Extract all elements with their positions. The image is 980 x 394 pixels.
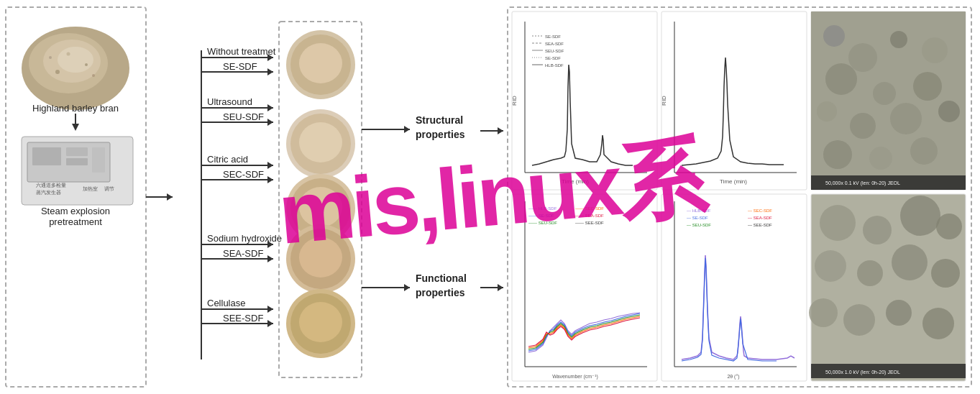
svg-point-155 [931,259,960,288]
svg-text:Steam explosion: Steam explosion [41,206,110,216]
svg-marker-87 [498,284,503,291]
svg-point-152 [815,250,846,282]
svg-point-69 [299,187,342,227]
svg-point-111 [823,25,845,47]
svg-text:HLB-SDF: HLB-SDF [545,63,564,68]
svg-text:properties: properties [416,129,465,140]
svg-point-114 [922,37,948,63]
svg-point-116 [873,82,896,105]
svg-text:RID: RID [511,96,518,106]
svg-text:Cellulase: Cellulase [207,298,245,308]
svg-rect-89 [512,12,657,190]
svg-marker-27 [167,193,173,201]
svg-text:Structural: Structural [416,114,463,126]
svg-text:蒸汽发生器: 蒸汽发生器 [36,190,61,195]
svg-point-7 [67,52,70,56]
svg-text:— SEE-SDF: — SEE-SDF [748,223,772,227]
svg-text:50,000x 1.0 kV (len: 0h-20) JE: 50,000x 1.0 kV (len: 0h-20) JEOL [825,370,900,375]
svg-text:—— SEU-SDF: —— SEU-SDF [528,221,557,225]
svg-text:— SE-SDF: — SE-SDF [687,216,708,220]
svg-text:RID: RID [661,96,667,106]
svg-point-117 [913,72,942,101]
svg-text:properties: properties [416,287,465,298]
svg-point-9 [49,56,52,59]
svg-marker-58 [267,320,273,327]
svg-text:—— SEE-SDF: —— SEE-SDF [575,221,604,225]
svg-text:—— SE-SDF: —— SE-SDF [528,214,554,218]
svg-point-115 [825,63,857,95]
svg-point-120 [890,103,922,134]
svg-text:SEC-SDF: SEC-SDF [223,169,264,180]
svg-point-154 [892,244,928,280]
svg-text:SE-SDF: SE-SDF [223,61,257,72]
svg-point-113 [890,31,907,48]
svg-marker-43 [267,162,273,169]
svg-point-151 [936,214,962,239]
svg-point-112 [848,43,877,72]
svg-text:2θ (°): 2θ (°) [727,374,739,380]
svg-marker-55 [267,306,273,313]
svg-text:六通道多检量: 六通道多检量 [36,183,66,188]
svg-text:SEA-SDF: SEA-SDF [223,248,263,259]
svg-point-6 [85,63,88,66]
svg-text:—— HLB-SDF: —— HLB-SDF [528,206,557,211]
svg-point-149 [863,216,892,244]
svg-point-72 [299,237,342,278]
svg-text:Sodium hydroxide: Sodium hydroxide [207,233,282,244]
svg-text:SEU-SDF: SEU-SDF [545,49,564,53]
svg-point-8 [92,74,95,77]
svg-rect-16 [66,147,88,156]
svg-text:—— SEA-SDF: —— SEA-SDF [575,214,604,218]
svg-point-121 [938,101,960,122]
svg-text:调节: 调节 [104,186,114,191]
svg-marker-11 [72,124,79,131]
svg-point-63 [299,43,342,83]
svg-point-118 [817,101,837,122]
svg-rect-104 [661,12,807,190]
svg-text:Without treatmet: Without treatmet [207,46,276,57]
svg-marker-85 [498,127,503,134]
svg-text:Ultrasound: Ultrasound [207,96,252,107]
svg-text:SEA-SDF: SEA-SDF [545,42,564,46]
svg-text:— HLB-SDF: — HLB-SDF [687,209,711,213]
svg-text:SE-SDF: SE-SDF [545,35,561,39]
svg-text:SEU-SDF: SEU-SDF [223,111,264,122]
svg-point-159 [922,308,954,339]
svg-text:—— SEC-SDF: —— SEC-SDF [575,206,604,211]
svg-marker-37 [267,104,273,111]
svg-point-124 [910,137,938,165]
svg-text:Citric acid: Citric acid [207,154,248,165]
svg-marker-79 [404,284,410,291]
svg-point-157 [843,304,875,336]
svg-point-4 [58,47,93,73]
svg-text:SEE-SDF: SEE-SDF [223,313,263,324]
svg-text:加热室: 加热室 [83,186,98,192]
svg-point-158 [886,300,912,326]
main-container: mis,linux系 六通道多检量 蒸汽发生器 加热室 调节 Hi [0,0,980,394]
svg-marker-40 [267,119,273,126]
svg-text:— SEA-SDF: — SEA-SDF [748,216,772,220]
svg-point-150 [900,196,940,236]
svg-text:— SEU-SDF: — SEU-SDF [687,223,711,227]
svg-rect-15 [32,147,61,165]
svg-rect-137 [661,194,807,381]
svg-text:Highland barley bran: Highland barley bran [32,103,119,114]
svg-text:Time (min): Time (min) [720,178,747,185]
svg-text:pretreatment: pretreatment [49,216,102,227]
svg-marker-46 [267,176,273,183]
svg-text:Functional: Functional [416,272,467,284]
svg-point-66 [299,122,342,162]
svg-point-5 [55,70,60,74]
svg-point-75 [299,302,342,342]
svg-point-156 [809,298,838,327]
svg-marker-34 [267,68,273,75]
svg-text:SE-SDF: SE-SDF [545,56,561,60]
svg-marker-77 [404,126,410,133]
svg-rect-18 [92,147,105,173]
svg-text:Time (min): Time (min) [562,178,589,185]
svg-text:— SEC-SDF: — SEC-SDF [748,209,772,213]
svg-text:Wavenumber (cm⁻¹): Wavenumber (cm⁻¹) [552,374,598,380]
svg-point-148 [820,205,856,241]
svg-point-122 [823,140,852,169]
svg-rect-17 [66,158,88,165]
